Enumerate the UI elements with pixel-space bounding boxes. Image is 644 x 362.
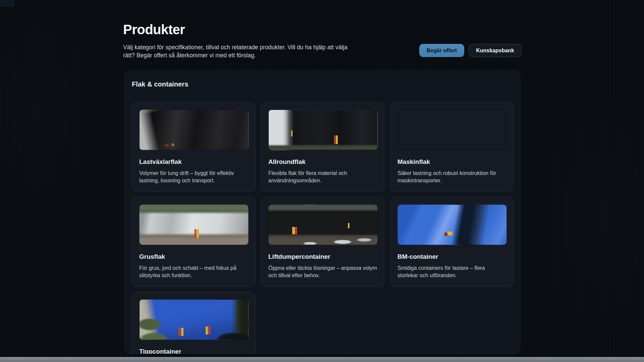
product-card-grusflak[interactable]: Grusflak För grus, jord och schakt – med… <box>132 197 255 287</box>
product-grid: Lastväxlarflak Volymer för tung drift – … <box>132 102 513 354</box>
product-description: För grus, jord och schakt – med fokus på… <box>139 264 248 279</box>
product-image-maskinflak <box>397 110 507 150</box>
product-image-allroundflak <box>268 110 378 150</box>
product-description: Säker lastning och robust konstruktion f… <box>397 170 506 184</box>
request-quote-button[interactable]: Begär offert <box>419 44 465 57</box>
section-title: Flak & containers <box>132 80 513 88</box>
product-title: Grusflak <box>139 253 248 260</box>
product-title: Allroundflak <box>268 158 377 166</box>
window-corner-artifact <box>0 0 14 7</box>
product-image-grusflak <box>139 204 249 245</box>
product-description: Flexibla flak för flera material och anv… <box>268 170 377 184</box>
product-card-maskinflak[interactable]: Maskinflak Säker lastning och robust kon… <box>390 102 514 192</box>
product-card-bm-container[interactable]: BM-container Smidiga containers för last… <box>390 197 514 287</box>
product-description: Smidiga containers för lastare – flera s… <box>397 264 506 279</box>
product-card-allroundflak[interactable]: Allroundflak Flexibla flak för flera mat… <box>261 102 384 192</box>
product-image-bm-container <box>397 204 507 245</box>
header-actions: Begär offert Kunskapsbank <box>419 44 522 57</box>
product-image-tippcontainer <box>139 299 249 340</box>
product-title: BM-container <box>397 253 506 260</box>
product-card-tippcontainer[interactable]: Tippcontainer Tipp för truck/lastare – b… <box>132 292 255 354</box>
product-title: Liftdumpercontainer <box>268 253 377 260</box>
product-description: Volymer för tung drift – byggt för effek… <box>139 170 248 184</box>
product-card-liftdumpercontainer[interactable]: Liftdumpercontainer Öppna eller täckta l… <box>261 197 384 287</box>
product-title: Tippcontainer <box>139 348 248 354</box>
product-card-lastvaxlarflak[interactable]: Lastväxlarflak Volymer för tung drift – … <box>132 102 255 192</box>
product-image-lastvaxlarflak <box>139 110 249 150</box>
product-description: Öppna eller täckta lösningar – anpassa v… <box>268 264 377 279</box>
product-image-liftdumpercontainer <box>268 204 378 245</box>
page-title: Produkter <box>123 22 522 37</box>
knowledge-bank-button[interactable]: Kunskapsbank <box>469 44 522 57</box>
flak-containers-section: Flak & containers Lastväxlarflak Volymer… <box>124 70 521 354</box>
product-title: Lastväxlarflak <box>139 158 248 166</box>
bottom-window-edge-bar <box>0 357 644 362</box>
product-title: Maskinflak <box>397 158 506 166</box>
page-header: Produkter Välj kategori för specifikatio… <box>123 22 522 59</box>
